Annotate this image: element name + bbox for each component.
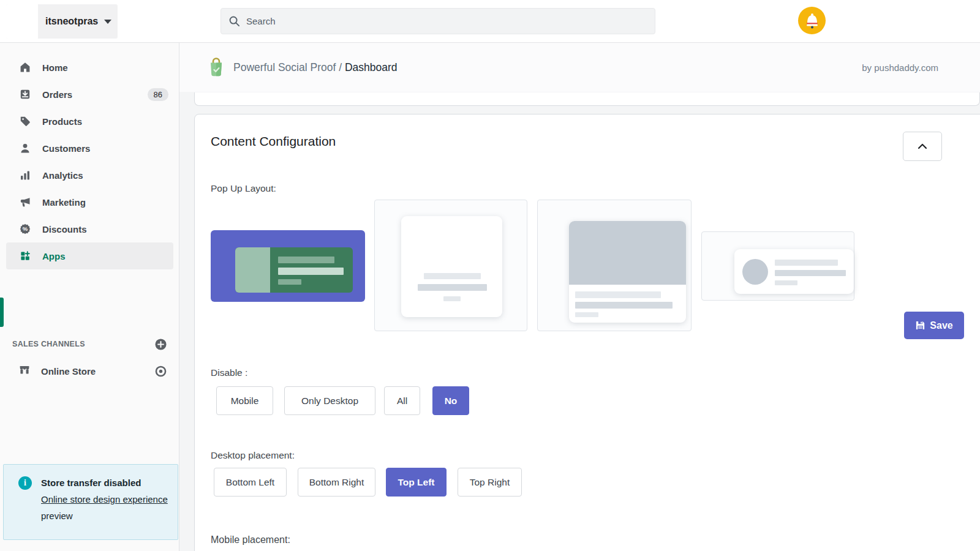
store-avatar (6, 4, 38, 39)
popup-preview-image-block (569, 221, 686, 285)
save-button[interactable]: Save (904, 312, 964, 339)
popup-preview (569, 221, 686, 323)
placeholder-line (775, 260, 838, 266)
sidebar-item-label: Discounts (42, 224, 87, 234)
chevron-up-icon (918, 143, 927, 149)
placeholder-line (278, 268, 344, 275)
chevron-down-icon (104, 20, 111, 24)
notification-bell-button[interactable] (798, 7, 826, 34)
app-header: Powerful Social Proof / Dashboard by pus… (179, 43, 980, 92)
sidebar-item-customers[interactable]: Customers (0, 135, 179, 162)
save-button-label: Save (930, 320, 952, 331)
desktop-placement-top-left-selected[interactable]: Top Left (386, 468, 447, 497)
placeholder-line (575, 302, 673, 309)
collapse-section-button[interactable] (903, 132, 942, 161)
discount-icon: % (18, 222, 32, 236)
person-icon (18, 141, 32, 155)
sidebar-item-apps[interactable]: Apps (6, 242, 173, 269)
sidebar-item-orders[interactable]: Orders 86 (0, 81, 179, 108)
placeholder-line (418, 284, 487, 291)
popup-layout-option-4[interactable] (701, 231, 854, 301)
button-label: Bottom Left (226, 477, 274, 488)
sidebar-item-home[interactable]: Home (0, 54, 179, 81)
apps-icon (18, 249, 32, 263)
desktop-placement-bottom-left[interactable]: Bottom Left (214, 468, 287, 497)
placeholder-line (575, 312, 598, 317)
disable-option-all[interactable]: All (384, 386, 420, 415)
button-label: Top Left (398, 477, 435, 488)
desktop-placement-bottom-right[interactable]: Bottom Right (298, 468, 375, 497)
sidebar-item-label: Marketing (42, 197, 86, 208)
main-content: Powerful Social Proof / Dashboard by pus… (179, 43, 980, 551)
sidebar-item-label: Home (42, 62, 68, 73)
store-name: itsneotpras (45, 16, 98, 27)
sidebar-item-label: Apps (42, 251, 66, 261)
app-bag-icon (208, 58, 224, 77)
view-store-eye-button[interactable] (154, 365, 167, 378)
popup-preview (401, 216, 502, 317)
sidebar-item-label: Products (42, 116, 82, 127)
disable-option-mobile[interactable]: Mobile (216, 386, 273, 415)
sidebar-item-analytics[interactable]: Analytics (0, 162, 179, 189)
popup-layout-option-3[interactable] (537, 200, 692, 331)
desktop-placement-label: Desktop placement: (211, 450, 295, 461)
button-label: Top Right (470, 477, 510, 488)
orders-icon (18, 88, 32, 101)
byline: by pushdaddy.com (862, 62, 938, 73)
sidebar-item-discounts[interactable]: % Discounts (0, 216, 179, 242)
popup-layout-option-2[interactable] (374, 200, 527, 331)
sidebar-item-marketing[interactable]: Marketing (0, 189, 179, 216)
store-transfer-notice: i Store transfer disabled Online store d… (3, 464, 178, 540)
store-switcher[interactable]: itsneotpras (6, 4, 118, 39)
bar-chart-icon (18, 168, 32, 182)
sidebar-item-online-store[interactable]: Online Store (0, 358, 179, 384)
placeholder-line (575, 291, 661, 298)
disable-option-no-selected[interactable]: No (432, 386, 469, 415)
save-floppy-icon (915, 320, 925, 331)
search-icon (228, 15, 240, 27)
sidebar-item-label: Online Store (41, 366, 154, 377)
sales-channels-header: SALES CHANNELS (12, 340, 154, 348)
breadcrumb-separator: / (336, 61, 345, 73)
desktop-placement-top-right[interactable]: Top Right (458, 468, 522, 497)
sales-channels-section: SALES CHANNELS (0, 335, 179, 353)
breadcrumb: Powerful Social Proof / Dashboard (233, 61, 398, 74)
popup-layout-option-1-selected[interactable] (211, 230, 365, 302)
megaphone-icon (18, 195, 32, 209)
popup-preview-image-block (235, 247, 270, 293)
popup-preview (235, 247, 353, 293)
placeholder-line (278, 257, 334, 263)
placeholder-line (443, 296, 461, 301)
button-label: Bottom Right (309, 477, 364, 488)
svg-text:%: % (23, 225, 28, 232)
button-label: No (445, 395, 458, 407)
add-channel-button[interactable] (154, 338, 167, 351)
popup-preview (734, 249, 854, 294)
design-experience-link[interactable]: Online store design experience (41, 494, 168, 504)
search-bar[interactable] (221, 8, 655, 34)
sidebar: Home Orders 86 Products (0, 43, 179, 551)
home-icon (18, 61, 32, 74)
popup-preview-avatar-circle (742, 259, 768, 285)
sidebar-item-products[interactable]: Products (0, 108, 179, 135)
button-label: All (397, 395, 407, 407)
placeholder-line (424, 273, 481, 279)
orders-count-badge: 86 (148, 88, 168, 101)
content-configuration-card: Content Configuration Pop Up Layout: (194, 114, 980, 551)
disable-option-only-desktop[interactable]: Only Desktop (284, 386, 375, 415)
notice-title: Store transfer disabled (41, 474, 169, 491)
previous-card-fragment (194, 92, 980, 106)
breadcrumb-app-name: Powerful Social Proof (233, 61, 336, 73)
info-icon: i (18, 476, 32, 490)
mobile-placement-label: Mobile placement: (211, 534, 290, 545)
bell-icon (804, 12, 820, 29)
storefront-icon (18, 364, 31, 378)
button-label: Mobile (231, 395, 259, 407)
placeholder-line (775, 280, 797, 285)
search-input[interactable] (246, 16, 614, 26)
notice-body: Online store design experience preview (41, 491, 169, 524)
sidebar-item-label: Customers (42, 143, 90, 154)
topbar: itsneotpras (0, 0, 980, 43)
disable-label: Disable : (211, 367, 247, 378)
sidebar-item-label: Analytics (42, 170, 83, 181)
